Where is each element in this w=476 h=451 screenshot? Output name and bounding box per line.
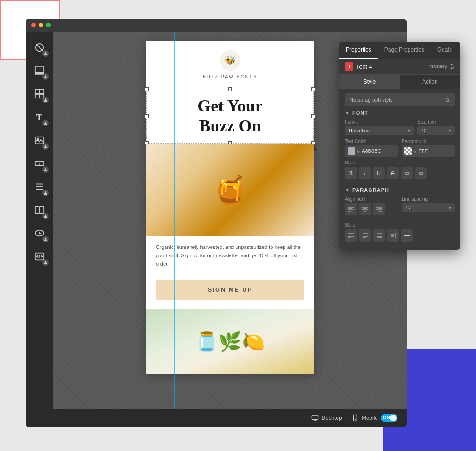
para-style-dash[interactable] [401, 229, 413, 242]
line-spacing-input[interactable]: ▾ [402, 203, 455, 212]
tab-action[interactable]: Action [400, 75, 460, 89]
style-label: Style [345, 160, 455, 165]
toggle-on-label: ON [383, 415, 390, 420]
video-tool[interactable] [28, 222, 51, 244]
alignment-group: Alignment [345, 196, 398, 219]
bg-color-input[interactable]: # FFF [402, 145, 455, 157]
handle-mr[interactable] [311, 114, 315, 118]
align-buttons [345, 203, 398, 215]
bold-button[interactable]: B [345, 167, 357, 179]
paragraph-section-header[interactable]: ▼ PARAGRAPH [345, 187, 455, 193]
desktop-label: Desktop [322, 415, 342, 421]
handle-ml[interactable] [145, 114, 149, 118]
align-left[interactable] [345, 203, 357, 215]
selected-text-block[interactable]: ↖ Get Your Buzz On [146, 89, 314, 144]
font-chevron: ▼ [345, 111, 350, 116]
tab-properties[interactable]: Properties [339, 42, 378, 59]
layout-tool[interactable] [28, 59, 51, 82]
grid-tool[interactable] [28, 83, 51, 105]
italic-button[interactable]: I [359, 167, 371, 179]
block-tool-badge [42, 50, 49, 57]
text-color-value: A8B0BC [362, 148, 395, 154]
toolbar: T B| [26, 32, 53, 409]
video-tool-badge [42, 236, 49, 242]
tab-page-properties[interactable]: Page Properties [378, 42, 431, 59]
para-style-label: Style [345, 222, 455, 228]
mobile-button[interactable]: Mobile ON [351, 414, 397, 422]
grid-tool-badge [42, 97, 49, 103]
properties-panel: Properties Page Properties Goals T Text … [339, 42, 460, 250]
align-spacing-row: Alignment Line spacing ▾ [345, 196, 455, 219]
font-family-size-row: Family Helvetica ▾ Size (px) ▾ [345, 119, 455, 135]
bg-color-value: FFF [418, 148, 452, 154]
button-tool[interactable]: B| [28, 152, 51, 175]
divider [345, 183, 455, 183]
tab-style[interactable]: Style [339, 75, 400, 89]
svg-line-1 [36, 44, 43, 51]
font-family-group: Family Helvetica ▾ [345, 119, 414, 135]
bottom-bar: Desktop Mobile ON [26, 409, 407, 427]
para-style-4[interactable] [387, 229, 399, 242]
size-label: Size (px) [417, 119, 455, 124]
layout-tool-badge [42, 73, 49, 80]
svg-point-39 [452, 67, 452, 68]
handle-tr[interactable] [311, 87, 315, 91]
svg-marker-5 [44, 75, 47, 78]
para-style-1[interactable] [345, 229, 357, 242]
align-center[interactable] [359, 203, 371, 215]
line-spacing-field[interactable] [405, 205, 447, 210]
font-section-header[interactable]: ▼ FONT [345, 110, 455, 116]
svg-rect-24 [40, 207, 44, 214]
bg-color-swatch [404, 147, 412, 155]
superscript-button[interactable]: x2 [401, 167, 413, 179]
list-tool[interactable] [28, 176, 51, 198]
svg-line-30 [39, 255, 40, 258]
svg-marker-31 [44, 261, 47, 264]
line-spacing-label: Line spacing [402, 196, 455, 202]
text-tool[interactable]: T [28, 106, 51, 128]
block-tool[interactable] [28, 36, 51, 59]
para-style-2[interactable] [359, 229, 371, 242]
size-field[interactable] [421, 128, 447, 133]
svg-marker-2 [44, 52, 47, 55]
image-tool[interactable] [28, 129, 51, 151]
underline-button[interactable]: U [373, 167, 385, 179]
panel-tabs: Properties Page Properties Goals [339, 42, 460, 59]
paragraph-chevron: ▼ [345, 188, 350, 193]
body-text: Organic, humanely harvested, and unpaste… [156, 243, 304, 268]
cta-button[interactable]: SIGN ME UP [156, 280, 304, 300]
honey-image: 🍯 [146, 144, 314, 236]
bg-color-group: Background # FFF [402, 139, 455, 157]
family-select[interactable]: Helvetica [349, 128, 406, 133]
family-label: Family [345, 119, 414, 124]
font-size-group: Size (px) ▾ [417, 119, 455, 135]
svg-rect-23 [35, 207, 39, 214]
title-bar [26, 19, 407, 32]
handle-tl[interactable] [145, 87, 149, 91]
para-style-3[interactable] [373, 229, 385, 242]
size-arrow: ▾ [449, 128, 451, 133]
panel-title: T Text 4 [345, 62, 372, 71]
strikethrough-button[interactable]: S [387, 167, 399, 179]
code-tool[interactable] [28, 245, 51, 268]
handle-tm[interactable] [228, 87, 232, 91]
columns-tool-badge [42, 213, 49, 219]
brand-name: BUZZ RAW HONEY [203, 74, 258, 79]
text-color-input[interactable]: # A8B0BC [345, 145, 398, 157]
columns-tool[interactable] [28, 199, 51, 221]
svg-marker-25 [44, 214, 47, 218]
tab-goals[interactable]: Goals [431, 42, 458, 59]
panel-header: T Text 4 Visibility [339, 59, 460, 75]
align-right[interactable] [373, 203, 385, 215]
font-section-title: FONT [352, 110, 368, 116]
mobile-toggle[interactable]: ON [381, 414, 397, 422]
element-name: Text 4 [356, 63, 372, 70]
paragraph-style-row[interactable]: No paragraph style ⇅ [345, 93, 455, 106]
subscript-button[interactable]: x2 [415, 167, 427, 179]
family-input[interactable]: Helvetica ▾ [345, 126, 414, 135]
desktop-button[interactable]: Desktop [311, 414, 342, 422]
size-input[interactable]: ▾ [417, 126, 455, 135]
svg-point-14 [37, 138, 39, 140]
svg-rect-7 [40, 90, 44, 93]
svg-text:T: T [36, 113, 42, 122]
